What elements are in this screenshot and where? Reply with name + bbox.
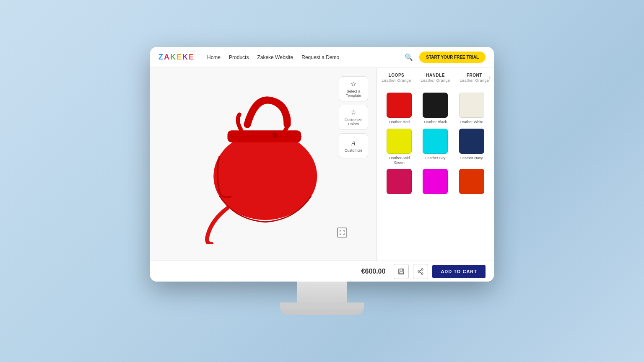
tab-handle[interactable]: HANDLE Leather Orange — [416, 68, 455, 86]
tab-front[interactable]: FRONT Leather Orange — [455, 68, 494, 86]
svg-line-11 — [420, 272, 421, 273]
color-swatch-leather-pink-red — [387, 169, 412, 194]
brand-logo: ZAKEKE — [158, 53, 195, 62]
nav-request-demo[interactable]: Request a Demo — [301, 54, 339, 60]
svg-point-3 — [273, 133, 278, 138]
color-swatch-leather-acid-green — [387, 129, 412, 154]
start-trial-button[interactable]: START YOUR FREE TRIAL — [419, 52, 486, 63]
color-label-leather-acid-green: Leather Acid Green — [383, 156, 415, 165]
tab-loops[interactable]: LOOPS Leather Orange — [377, 68, 416, 86]
color-item-leather-navy[interactable]: Leather Navy — [456, 129, 488, 165]
nav-links: Home Products Zakeke Website Request a D… — [207, 54, 405, 60]
color-item-leather-acid-green[interactable]: Leather Acid Green — [383, 129, 415, 165]
svg-rect-6 — [399, 272, 403, 274]
customize-label: Customize — [345, 148, 363, 153]
customize-button[interactable]: A Customize — [339, 133, 368, 158]
color-label-leather-white: Leather White — [460, 120, 483, 124]
imac-inner: ZAKEKE Home Products Zakeke Website Requ… — [150, 47, 494, 282]
color-panel: LOOPS Leather Orange HANDLE Leather Oran… — [377, 68, 494, 261]
add-to-cart-button[interactable]: ADD TO CART — [432, 265, 486, 278]
product-view: ☆ Select aTemplate ☆ CustomizeColors A C… — [150, 68, 377, 261]
customize-colors-button[interactable]: ☆ CustomizeColors — [339, 105, 368, 130]
color-swatch-leather-navy — [459, 129, 484, 154]
nav-home[interactable]: Home — [207, 54, 221, 60]
sidebar-tools: ☆ Select aTemplate ☆ CustomizeColors A C… — [339, 76, 368, 158]
color-label-leather-navy: Leather Navy — [460, 156, 483, 160]
main-content: ☆ Select aTemplate ☆ CustomizeColors A C… — [150, 68, 494, 261]
color-item-leather-magenta[interactable] — [419, 169, 451, 196]
nav-zakeke-website[interactable]: Zakeke Website — [257, 54, 293, 60]
navbar: ZAKEKE Home Products Zakeke Website Requ… — [150, 47, 494, 68]
color-panel-header: LOOPS Leather Orange HANDLE Leather Oran… — [377, 68, 494, 86]
search-icon[interactable]: 🔍 — [405, 53, 413, 61]
color-item-leather-sky[interactable]: Leather Sky — [419, 129, 451, 165]
expand-icon[interactable] — [337, 228, 347, 238]
svg-rect-4 — [399, 269, 404, 274]
select-template-label: Select aTemplate — [346, 89, 361, 98]
imac-stand-base — [280, 303, 364, 315]
save-icon-button[interactable] — [394, 264, 409, 279]
imac-screen: ZAKEKE Home Products Zakeke Website Requ… — [150, 47, 494, 282]
imac-stand-neck — [297, 282, 347, 303]
svg-line-10 — [420, 270, 421, 271]
color-swatch-leather-orange-red — [459, 169, 484, 194]
svg-point-7 — [421, 269, 423, 270]
color-item-leather-white[interactable]: Leather White — [456, 93, 488, 124]
color-item-leather-red[interactable]: Leather Red — [383, 93, 415, 124]
customize-colors-label: CustomizeColors — [345, 118, 363, 126]
color-swatch-leather-black — [423, 93, 448, 118]
colors-icon: ☆ — [351, 109, 356, 116]
price-label: €600.00 — [361, 268, 386, 275]
bag-image — [192, 85, 335, 244]
svg-point-8 — [421, 273, 423, 274]
color-swatch-leather-red — [387, 93, 412, 118]
star-icon: ☆ — [351, 80, 356, 88]
color-grid: Leather RedLeather BlackLeather WhiteLea… — [377, 86, 494, 202]
color-swatch-leather-sky — [423, 129, 448, 154]
select-template-button[interactable]: ☆ Select aTemplate — [339, 76, 368, 101]
share-icon-button[interactable] — [413, 264, 428, 279]
nav-products[interactable]: Products — [229, 54, 249, 60]
color-label-leather-black: Leather Black — [424, 120, 447, 124]
color-swatch-leather-magenta — [423, 169, 448, 194]
svg-point-9 — [418, 271, 420, 272]
imac-container: ZAKEKE Home Products Zakeke Website Requ… — [150, 47, 494, 315]
color-item-leather-pink-red[interactable] — [383, 169, 415, 196]
color-item-leather-black[interactable]: Leather Black — [419, 93, 451, 124]
color-item-leather-orange-red[interactable] — [456, 169, 488, 196]
bottom-bar: €600.00 — [150, 261, 494, 282]
color-swatch-leather-white — [459, 93, 484, 118]
text-icon: A — [351, 140, 356, 147]
color-label-leather-sky: Leather Sky — [425, 156, 445, 160]
color-label-leather-red: Leather Red — [389, 120, 410, 124]
panel-next-arrow[interactable]: › — [488, 74, 491, 80]
